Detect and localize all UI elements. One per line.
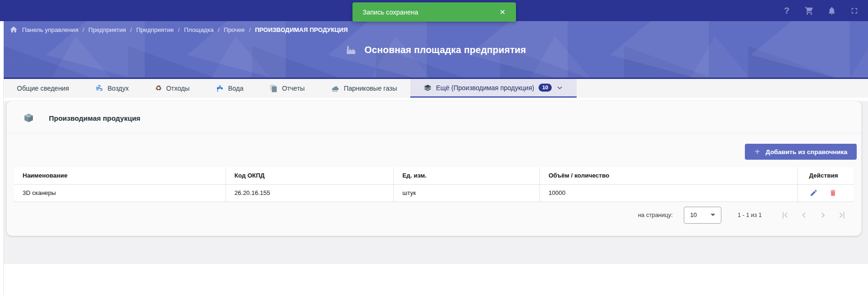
plus-icon: +: [754, 147, 760, 156]
collapsed-nav-rail: [0, 21, 4, 295]
range-label: 1 - 1 из 1: [737, 212, 762, 218]
factory-icon: [345, 44, 357, 55]
fullscreen-icon[interactable]: [849, 6, 860, 16]
breadcrumb-item-other[interactable]: Прочее: [224, 26, 245, 33]
column-header-actions: Действия: [798, 167, 854, 184]
toast-close-icon[interactable]: ✕: [500, 8, 506, 16]
faucet-icon: [216, 85, 224, 93]
breadcrumb: Панель управления / Предприятия / Предпр…: [4, 21, 868, 34]
first-page-button[interactable]: [780, 210, 791, 221]
content-area: Производимая продукция + Добавить из спр…: [4, 101, 868, 264]
breadcrumb-item-current: ПРОИЗВОДИМАЯ ПРОДУКЦИЯ: [255, 26, 348, 33]
previous-page-button[interactable]: [798, 210, 810, 221]
help-icon[interactable]: ?: [782, 6, 792, 16]
row-actions: [798, 189, 849, 197]
air-icon: [95, 85, 103, 93]
tab-more-produced-products[interactable]: Ещё (Производимая продукция) 10: [410, 79, 577, 98]
per-page-value: 10: [690, 211, 696, 218]
column-header-name: Наименование: [14, 167, 226, 184]
paginator-nav: [780, 210, 847, 221]
edit-pencil-icon[interactable]: [810, 189, 818, 197]
card-header: Производимая продукция: [7, 101, 861, 133]
package-box-icon: [23, 112, 35, 124]
page-title: Основная площадка предприятия: [364, 45, 526, 55]
breadcrumb-separator: /: [178, 26, 180, 33]
tab-water[interactable]: Вода: [203, 79, 257, 98]
tab-label: Парниковые газы: [344, 85, 397, 92]
tab-count-badge: 10: [539, 84, 552, 92]
tab-label: Вода: [228, 85, 243, 92]
column-header-volume: Объём / количество: [540, 167, 798, 184]
tab-general-info[interactable]: Общие сведения: [4, 79, 82, 98]
tab-label: Ещё (Производимая продукция): [436, 84, 534, 92]
tab-waste[interactable]: ♻ Отходы: [142, 79, 203, 98]
chevron-down-icon: [556, 84, 563, 92]
home-icon[interactable]: [9, 25, 18, 34]
per-page-label: на страницу:: [638, 212, 673, 218]
toast-message: Запись сохранена: [363, 8, 418, 16]
breadcrumb-item-site[interactable]: Площадка: [184, 26, 213, 33]
section-title: Производимая продукция: [49, 114, 141, 122]
tab-bar: Общие сведения Воздух ♻ Отходы Вода: [4, 79, 868, 98]
breadcrumb-item-enterprise[interactable]: Предприятие: [136, 26, 174, 33]
breadcrumb-separator: /: [249, 26, 251, 33]
per-page-select[interactable]: 10: [684, 207, 721, 224]
breadcrumb-item-panel[interactable]: Панель управления: [22, 26, 78, 33]
breadcrumb-separator: /: [82, 26, 84, 33]
cart-icon[interactable]: [804, 6, 814, 16]
tab-label: Отходы: [166, 85, 189, 92]
tab-reports[interactable]: Отчеты: [257, 79, 318, 98]
page: ? Запись сохранена ✕ П: [0, 0, 868, 295]
column-header-unit: Ед. изм.: [394, 167, 540, 184]
table-row: 3D сканеры 26.20.16.155 штук 10000: [14, 184, 854, 202]
tab-air[interactable]: Воздух: [82, 79, 142, 98]
notifications-icon[interactable]: [827, 6, 837, 16]
tab-greenhouse-gases[interactable]: Парниковые газы: [318, 79, 410, 98]
table-header-row: Наименование Код ОКПД Ед. изм. Объём / к…: [14, 167, 854, 184]
cell-okpd: 26.20.16.155: [226, 184, 393, 202]
topbar-icons: ?: [782, 6, 860, 16]
page-banner: Панель управления / Предприятия / Предпр…: [4, 21, 868, 79]
tab-label: Воздух: [108, 85, 129, 92]
breadcrumb-separator: /: [218, 26, 219, 33]
select-caret-icon: [711, 214, 715, 216]
cell-name: 3D сканеры: [14, 184, 226, 202]
layers-icon: [423, 84, 432, 92]
cell-unit: штук: [394, 184, 540, 202]
produced-products-card: Производимая продукция + Добавить из спр…: [7, 101, 861, 236]
tab-label: Отчеты: [282, 85, 305, 92]
cloud-icon: [331, 84, 339, 93]
toast-notification: Запись сохранена ✕: [352, 2, 516, 22]
cell-volume: 10000: [540, 184, 798, 202]
add-button-label: Добавить из справочника: [766, 148, 847, 155]
column-header-okpd: Код ОКПД: [226, 167, 393, 184]
recycle-icon: ♻: [155, 85, 162, 92]
reports-icon: [270, 85, 278, 93]
breadcrumb-separator: /: [130, 26, 132, 33]
delete-trash-icon[interactable]: [829, 189, 837, 197]
products-table: Наименование Код ОКПД Ед. изм. Объём / к…: [14, 167, 854, 202]
paginator: на страницу: 10 1 - 1 из 1: [7, 202, 861, 225]
next-page-button[interactable]: [817, 210, 829, 221]
last-page-button[interactable]: [836, 210, 847, 221]
add-from-directory-button[interactable]: + Добавить из справочника: [745, 144, 857, 160]
breadcrumb-item-enterprises[interactable]: Предприятия: [88, 26, 126, 33]
toolbar: + Добавить из справочника: [7, 133, 861, 167]
tab-label: Общие сведения: [17, 85, 69, 92]
